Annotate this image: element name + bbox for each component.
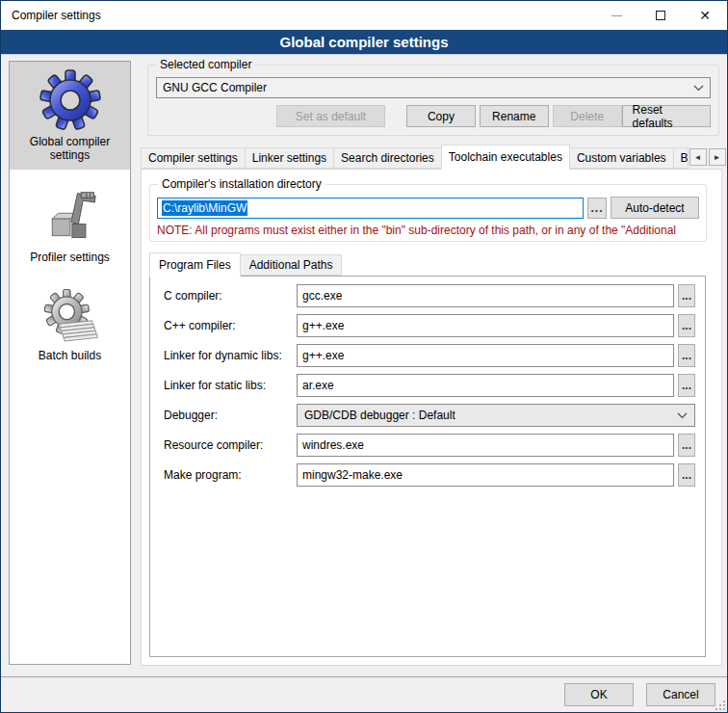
minimize-icon <box>611 15 622 16</box>
field-row-cpp-compiler: C++ compiler: ... <box>164 314 695 337</box>
minimize-button[interactable] <box>594 1 638 30</box>
settings-tabstrip: Compiler settings Linker settings Search… <box>141 144 722 169</box>
field-row-static-linker: Linker for static libs: ... <box>164 374 695 397</box>
tab-scroll-buttons: ◄ ► <box>688 148 726 166</box>
resize-grip[interactable] <box>714 699 725 710</box>
c-compiler-label: C compiler: <box>164 289 297 303</box>
subtab-program-files[interactable]: Program Files <box>149 252 241 277</box>
set-as-default-button[interactable]: Set as default <box>276 105 385 127</box>
dialog-banner: Global compiler settings <box>1 30 727 55</box>
debugger-label: Debugger: <box>164 409 297 422</box>
close-button[interactable]: ✕ <box>683 1 727 30</box>
field-row-debugger: Debugger: GDB/CDB debugger : Default <box>164 404 695 427</box>
static-linker-browse-button[interactable]: ... <box>678 374 695 397</box>
blue-gear-icon <box>39 69 101 131</box>
dynamic-linker-browse-button[interactable]: ... <box>678 344 695 367</box>
resource-compiler-label: Resource compiler: <box>164 438 297 452</box>
toolchain-executables-page: Compiler's installation directory C:\ray… <box>141 169 722 666</box>
dynamic-linker-input[interactable] <box>297 344 674 367</box>
resource-compiler-browse-button[interactable]: ... <box>678 434 695 457</box>
titlebar[interactable]: Compiler settings ✕ <box>1 1 727 30</box>
installation-directory-group: Compiler's installation directory C:\ray… <box>149 184 707 242</box>
ok-button[interactable]: OK <box>564 683 634 706</box>
make-program-input[interactable] <box>297 463 674 487</box>
selected-compiler-legend: Selected compiler <box>156 58 255 71</box>
window-title: Compiler settings <box>1 9 594 22</box>
debugger-select[interactable]: GDB/CDB debugger : Default <box>297 404 695 427</box>
program-files-page: C compiler: ... C++ compiler: ... Linker… <box>149 276 706 657</box>
tab-toolchain-executables[interactable]: Toolchain executables <box>441 145 570 170</box>
resource-compiler-input[interactable] <box>297 434 674 457</box>
sidebar-item-batch-builds[interactable]: Batch builds <box>10 281 130 370</box>
sidebar-item-label: Batch builds <box>39 349 101 362</box>
subtab-additional-paths[interactable]: Additional Paths <box>240 254 343 276</box>
c-compiler-browse-button[interactable]: ... <box>678 284 695 307</box>
installation-directory-browse-button[interactable]: ... <box>587 198 607 219</box>
compiler-select-value: GNU GCC Compiler <box>163 81 693 94</box>
cpp-compiler-label: C++ compiler: <box>164 319 297 332</box>
static-linker-label: Linker for static libs: <box>164 379 297 392</box>
tab-scroll-left-button[interactable]: ◄ <box>689 148 707 166</box>
field-row-dynamic-linker: Linker for dynamic libs: ... <box>164 344 695 367</box>
selected-compiler-group: Selected compiler GNU GCC Compiler Set a… <box>147 65 719 136</box>
make-program-label: Make program: <box>164 468 297 482</box>
installation-directory-legend: Compiler's installation directory <box>158 177 325 191</box>
dialog-footer: OK Cancel <box>1 676 727 712</box>
program-files-tabstrip: Program Files Additional Paths <box>149 251 714 276</box>
installation-directory-value: C:\raylib\MinGW <box>162 200 247 216</box>
tab-compiler-settings[interactable]: Compiler settings <box>141 147 246 169</box>
compiler-settings-dialog: Compiler settings ✕ Global compiler sett… <box>0 0 728 713</box>
delete-button[interactable]: Delete <box>553 105 622 127</box>
auto-detect-button[interactable]: Auto-detect <box>611 197 699 219</box>
maximize-icon <box>656 11 665 20</box>
sidebar-item-profiler-settings[interactable]: Profiler settings <box>10 179 130 272</box>
cpp-compiler-input[interactable] <box>297 314 674 337</box>
installation-directory-input[interactable]: C:\raylib\MinGW <box>157 198 584 219</box>
tab-search-directories[interactable]: Search directories <box>333 147 442 169</box>
bin-subdirectory-note: NOTE: All programs must exist either in … <box>157 224 699 237</box>
tab-scroll-right-button[interactable]: ► <box>709 148 726 166</box>
cpp-compiler-browse-button[interactable]: ... <box>678 314 695 337</box>
debugger-select-value: GDB/CDB debugger : Default <box>304 409 677 422</box>
chevron-down-icon <box>677 412 688 419</box>
banner-title: Global compiler settings <box>279 34 448 50</box>
close-icon: ✕ <box>699 9 711 22</box>
field-row-c-compiler: C compiler: ... <box>164 284 695 307</box>
dynamic-linker-label: Linker for dynamic libs: <box>164 349 297 362</box>
arrow-left-icon: ◄ <box>694 153 702 162</box>
static-linker-input[interactable] <box>297 374 674 397</box>
tab-build-options[interactable]: Build options <box>673 147 689 169</box>
sidebar-item-label: Profiler settings <box>30 251 110 264</box>
settings-category-list: Global compiler settings Profiler settin… <box>9 61 131 665</box>
arrow-right-icon: ► <box>714 153 721 162</box>
cancel-button[interactable]: Cancel <box>646 683 715 706</box>
field-row-make-program: Make program: ... <box>164 463 695 487</box>
field-row-resource-compiler: Resource compiler: ... <box>164 434 695 457</box>
installation-directory-row: C:\raylib\MinGW ... Auto-detect <box>157 197 699 219</box>
tab-linker-settings[interactable]: Linker settings <box>245 147 334 169</box>
rename-button[interactable]: Rename <box>480 105 549 127</box>
tab-custom-variables[interactable]: Custom variables <box>569 147 674 169</box>
copy-button[interactable]: Copy <box>406 105 476 127</box>
main-panel: Selected compiler GNU GCC Compiler Set a… <box>141 55 722 666</box>
chevron-down-icon <box>693 85 704 92</box>
gray-gear-stack-icon <box>42 289 98 345</box>
sidebar-item-label: Global compiler settings <box>12 135 128 162</box>
sidebar-item-global-compiler-settings[interactable]: Global compiler settings <box>10 62 130 170</box>
maximize-button[interactable] <box>638 1 683 30</box>
make-program-browse-button[interactable]: ... <box>678 463 695 487</box>
c-compiler-input[interactable] <box>297 284 674 307</box>
dialog-body: Global compiler settings Profiler settin… <box>1 55 727 712</box>
caliper-icon <box>41 187 99 247</box>
compiler-select[interactable]: GNU GCC Compiler <box>156 77 711 98</box>
compiler-actions: Set as default Copy Rename Delete Reset … <box>156 105 711 127</box>
reset-defaults-button[interactable]: Reset defaults <box>622 105 711 127</box>
